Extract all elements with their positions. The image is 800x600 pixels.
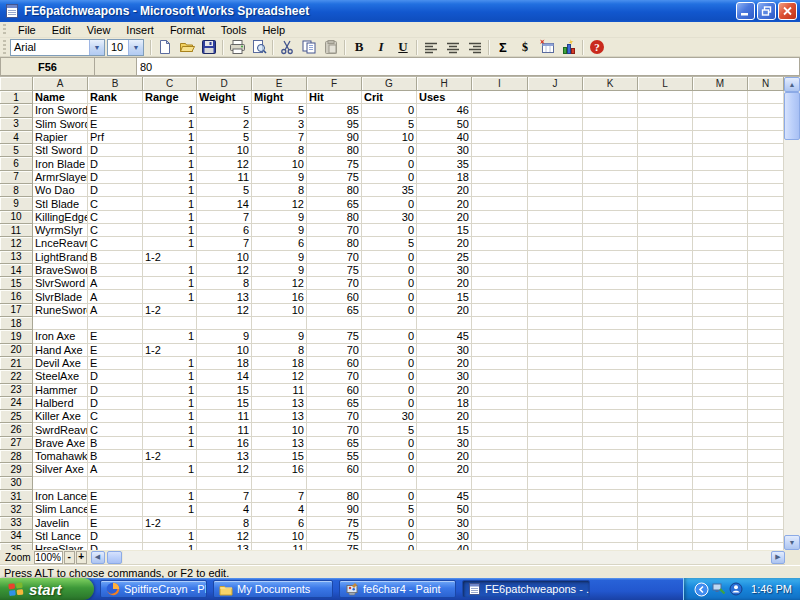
cell[interactable]: 20 xyxy=(417,237,472,250)
column-header-n[interactable]: N xyxy=(748,77,784,91)
cell[interactable] xyxy=(638,463,693,476)
cell[interactable] xyxy=(638,304,693,317)
cell[interactable] xyxy=(88,477,143,490)
cell[interactable] xyxy=(748,197,784,210)
cell-reference-box[interactable]: F56 xyxy=(0,57,95,76)
cell[interactable]: D xyxy=(88,370,143,383)
cell[interactable]: 60 xyxy=(307,357,362,370)
cell[interactable]: 70 xyxy=(307,370,362,383)
cell[interactable]: 30 xyxy=(417,517,472,530)
cell[interactable] xyxy=(528,317,583,330)
cell[interactable] xyxy=(307,317,362,330)
cell[interactable]: 12 xyxy=(197,463,252,476)
cell[interactable]: 14 xyxy=(197,370,252,383)
cell[interactable]: Hand Axe xyxy=(33,344,88,357)
cell[interactable]: E xyxy=(88,503,143,516)
chevron-down-icon[interactable]: ▼ xyxy=(89,40,104,55)
cell[interactable] xyxy=(472,397,528,410)
cell[interactable] xyxy=(583,317,638,330)
cell[interactable] xyxy=(638,543,693,550)
cell[interactable]: 1 xyxy=(143,237,197,250)
cell[interactable] xyxy=(748,330,784,343)
row-header-21[interactable]: 21 xyxy=(0,357,33,370)
cell[interactable] xyxy=(693,450,748,463)
new-button[interactable] xyxy=(154,38,176,56)
easy-calc-button[interactable] xyxy=(536,38,558,56)
cell[interactable] xyxy=(583,104,638,117)
cell[interactable]: Wo Dao xyxy=(33,184,88,197)
cell[interactable] xyxy=(528,184,583,197)
minimize-button[interactable] xyxy=(736,2,755,20)
column-header-a[interactable]: A xyxy=(33,77,88,91)
cell[interactable]: 50 xyxy=(417,118,472,131)
cell[interactable]: 13 xyxy=(197,450,252,463)
cell[interactable] xyxy=(197,317,252,330)
cell[interactable] xyxy=(638,450,693,463)
cell[interactable]: 65 xyxy=(307,397,362,410)
cell[interactable]: 0 xyxy=(362,357,417,370)
cell[interactable] xyxy=(583,91,638,104)
cell[interactable]: 8 xyxy=(252,184,307,197)
cell[interactable] xyxy=(583,357,638,370)
cell[interactable] xyxy=(638,490,693,503)
cell[interactable] xyxy=(638,397,693,410)
cell[interactable]: Weight xyxy=(197,91,252,104)
cell[interactable]: 30 xyxy=(417,437,472,450)
cell[interactable]: 1-2 xyxy=(143,251,197,264)
cell[interactable] xyxy=(638,264,693,277)
column-header-k[interactable]: K xyxy=(583,77,638,91)
cell[interactable] xyxy=(472,264,528,277)
cell[interactable]: 80 xyxy=(307,237,362,250)
cell[interactable]: C xyxy=(88,224,143,237)
cell[interactable] xyxy=(638,384,693,397)
cell[interactable] xyxy=(693,437,748,450)
currency-button[interactable]: $ xyxy=(514,38,536,56)
cell[interactable]: 18 xyxy=(252,357,307,370)
cell[interactable] xyxy=(583,237,638,250)
menu-item-format[interactable]: Format xyxy=(162,23,213,37)
cell[interactable] xyxy=(748,277,784,290)
cell[interactable] xyxy=(472,304,528,317)
column-header-c[interactable]: C xyxy=(143,77,197,91)
cell[interactable]: 70 xyxy=(307,277,362,290)
cell[interactable] xyxy=(638,357,693,370)
cell[interactable]: 1 xyxy=(143,490,197,503)
cell[interactable] xyxy=(693,463,748,476)
cell[interactable] xyxy=(472,251,528,264)
cell[interactable] xyxy=(638,290,693,303)
cell[interactable] xyxy=(528,397,583,410)
cell[interactable]: 1-2 xyxy=(143,344,197,357)
cell[interactable]: Killer Axe xyxy=(33,410,88,423)
cell[interactable] xyxy=(528,251,583,264)
cell[interactable]: A xyxy=(88,304,143,317)
cell[interactable]: 0 xyxy=(362,304,417,317)
cell[interactable]: 60 xyxy=(307,384,362,397)
cell[interactable] xyxy=(638,104,693,117)
cell[interactable] xyxy=(583,211,638,224)
cell[interactable] xyxy=(638,410,693,423)
cell[interactable] xyxy=(638,530,693,543)
cell[interactable] xyxy=(583,437,638,450)
cell[interactable] xyxy=(638,344,693,357)
cell[interactable] xyxy=(472,370,528,383)
row-header-32[interactable]: 32 xyxy=(0,503,33,516)
cell[interactable] xyxy=(583,224,638,237)
cell[interactable] xyxy=(748,344,784,357)
cell[interactable]: C xyxy=(88,410,143,423)
row-header-19[interactable]: 19 xyxy=(0,330,33,343)
cell[interactable]: A xyxy=(88,290,143,303)
cell[interactable]: Stl Blade xyxy=(33,197,88,210)
cell[interactable]: 0 xyxy=(362,463,417,476)
cell[interactable] xyxy=(528,211,583,224)
cell[interactable]: LightBrand xyxy=(33,251,88,264)
row-header-3[interactable]: 3 xyxy=(0,118,33,131)
cell[interactable] xyxy=(693,118,748,131)
cell[interactable] xyxy=(748,118,784,131)
cell[interactable]: 12 xyxy=(197,264,252,277)
cell[interactable]: 70 xyxy=(307,344,362,357)
cell[interactable]: C xyxy=(88,423,143,436)
cell[interactable] xyxy=(472,197,528,210)
cell[interactable] xyxy=(693,423,748,436)
cell[interactable]: 60 xyxy=(307,463,362,476)
cell[interactable]: 75 xyxy=(307,543,362,550)
